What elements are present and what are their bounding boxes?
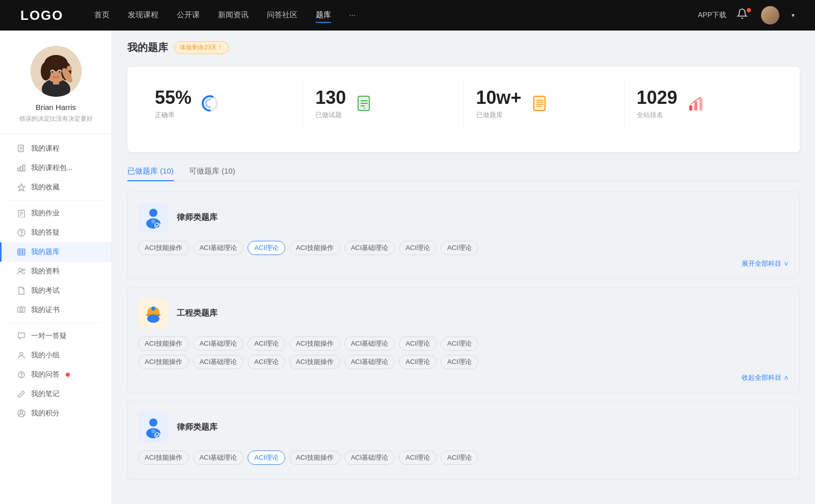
tab-done-banks[interactable]: 已做题库 (10): [127, 162, 174, 181]
question-mark-icon: [17, 370, 26, 379]
sidebar-item-homework[interactable]: 我的作业: [0, 204, 112, 223]
sidebar-item-my-questions[interactable]: 我的问答: [0, 365, 112, 384]
nav-home[interactable]: 首页: [94, 8, 110, 23]
svg-point-69: [149, 418, 157, 427]
page-title: 我的题库: [127, 41, 168, 54]
tag-6[interactable]: ACI理论: [441, 241, 478, 255]
eng-tag-r2-5[interactable]: ACI理论: [399, 355, 437, 369]
main-wrapper: Brian Harris 错误的决定比没有决定要好 我的课程: [0, 0, 815, 504]
header-right: APP下载 ▾: [698, 6, 795, 24]
stat-accuracy: 55% 正确率: [143, 79, 303, 128]
law2-tag-1[interactable]: ACI基础理论: [193, 451, 244, 465]
nav-more[interactable]: ···: [349, 8, 356, 23]
sidebar-item-course[interactable]: 我的课程: [0, 139, 112, 158]
eng-tag-r1-5[interactable]: ACI理论: [399, 337, 437, 351]
person-circle-icon: [17, 409, 26, 418]
sidebar-item-notes[interactable]: 我的笔记: [0, 384, 112, 404]
eng-tag-r1-6[interactable]: ACI理论: [441, 337, 478, 351]
profile-name: Brian Harris: [10, 103, 101, 111]
svg-point-32: [19, 268, 22, 271]
bank-section-lawyer2: 律师类题库 ACI技能操作 ACI基础理论 ACI理论 ACI技能操作 ACI基…: [127, 401, 800, 480]
bank-header-lawyer1: 律师类题库: [138, 202, 789, 233]
app-download-link[interactable]: APP下载: [698, 11, 726, 20]
svg-point-65: [155, 223, 160, 228]
svg-point-10: [58, 71, 61, 73]
svg-rect-27: [18, 249, 25, 255]
doc-orange-icon: [530, 93, 550, 114]
bar-chart-red-icon: [686, 93, 706, 114]
sidebar-item-one-on-one[interactable]: 一对一答疑: [0, 326, 112, 346]
svg-point-64: [151, 219, 155, 223]
eng-tag-r1-3[interactable]: ACI技能操作: [289, 337, 340, 351]
tag-2-active[interactable]: ACI理论: [248, 241, 285, 255]
nav-open-course[interactable]: 公开课: [177, 8, 200, 23]
tab-available-banks[interactable]: 可做题库 (10): [189, 162, 235, 181]
svg-point-67: [151, 306, 155, 311]
law2-tag-0[interactable]: ACI技能操作: [138, 451, 189, 465]
stat-accuracy-number: 55%: [155, 87, 192, 108]
tag-4[interactable]: ACI基础理论: [344, 241, 395, 255]
sidebar-profile: Brian Harris 错误的决定比没有决定要好: [0, 46, 112, 134]
table-icon: [17, 247, 26, 257]
stat-done-banks: 10w+ 已做题库: [464, 79, 624, 128]
eng-tag-r2-3[interactable]: ACI技能操作: [289, 355, 340, 369]
tag-0[interactable]: ACI技能操作: [138, 241, 189, 255]
eng-tag-r2-6[interactable]: ACI理论: [441, 355, 478, 369]
nav-question-bank[interactable]: 题库: [316, 8, 331, 23]
header: LOGO 首页 发现课程 公开课 新闻资讯 问答社区 题库 ··· APP下载 …: [0, 0, 815, 31]
eng-tag-r2-2[interactable]: ACI理论: [248, 355, 285, 369]
sidebar-label-favorites: 我的收藏: [31, 183, 60, 192]
nav-discover[interactable]: 发现课程: [128, 8, 158, 23]
sidebar-divider-1: [10, 200, 101, 201]
law2-tag-2-active[interactable]: ACI理论: [248, 451, 285, 465]
expand-link-lawyer1[interactable]: 展开全部科目 ∨: [742, 260, 789, 267]
eng-tag-r1-2[interactable]: ACI理论: [248, 337, 285, 351]
profile-avatar: [31, 46, 82, 97]
tag-5[interactable]: ACI理论: [399, 241, 437, 255]
svg-rect-59: [694, 101, 697, 110]
sidebar-item-exam[interactable]: 我的考试: [0, 281, 112, 300]
nav-news[interactable]: 新闻资讯: [218, 8, 249, 23]
sidebar-item-favorites[interactable]: 我的收藏: [0, 178, 112, 197]
sidebar-item-points[interactable]: 我的积分: [0, 404, 112, 423]
nav-qa[interactable]: 问答社区: [267, 8, 297, 23]
collapse-link-engineer1[interactable]: 收起全部科目 ∧: [742, 374, 789, 381]
sidebar-item-course-package[interactable]: 我的课程包...: [0, 158, 112, 178]
svg-point-72: [155, 433, 160, 438]
tag-3[interactable]: ACI技能操作: [289, 241, 340, 255]
user-dropdown-arrow[interactable]: ▾: [792, 12, 795, 19]
lawyer2-icon: [142, 416, 165, 438]
sidebar-label-question-bank: 我的题库: [31, 247, 60, 257]
bell-button[interactable]: [737, 8, 751, 22]
logo: LOGO: [20, 8, 64, 23]
bank-title-engineer1: 工程类题库: [177, 308, 218, 319]
bank-footer-lawyer1: 展开全部科目 ∨: [138, 259, 789, 268]
svg-point-35: [20, 308, 23, 311]
question-dot-badge: [66, 373, 70, 377]
eng-tag-r1-0[interactable]: ACI技能操作: [138, 337, 189, 351]
tag-1[interactable]: ACI基础理论: [193, 241, 244, 255]
sidebar-item-profile[interactable]: 我的资料: [0, 262, 112, 281]
sidebar-item-group[interactable]: 我的小组: [0, 346, 112, 365]
user-avatar[interactable]: [761, 6, 779, 24]
eng-tag-r2-0[interactable]: ACI技能操作: [138, 355, 189, 369]
users-icon: [17, 351, 26, 360]
eng-tag-r2-1[interactable]: ACI基础理论: [193, 355, 244, 369]
sidebar-item-questions[interactable]: 我的答疑: [0, 223, 112, 242]
bank-header-engineer1: 工程类题库: [138, 298, 789, 328]
law2-tag-6[interactable]: ACI理论: [441, 451, 478, 465]
sidebar-label-homework: 我的作业: [31, 209, 60, 218]
svg-point-40: [21, 376, 21, 377]
law2-tag-3[interactable]: ACI技能操作: [289, 451, 340, 465]
eng-tag-r1-4[interactable]: ACI基础理论: [344, 337, 395, 351]
stat-accuracy-value-wrap: 55% 正确率: [155, 87, 192, 120]
sidebar: Brian Harris 错误的决定比没有决定要好 我的课程: [0, 31, 112, 504]
svg-point-33: [22, 269, 24, 271]
eng-tag-r2-4[interactable]: ACI基础理论: [344, 355, 395, 369]
law2-tag-5[interactable]: ACI理论: [399, 451, 437, 465]
file-icon: [17, 286, 26, 295]
sidebar-item-question-bank[interactable]: 我的题库: [0, 242, 112, 262]
sidebar-item-certificate[interactable]: 我的证书: [0, 300, 112, 320]
law2-tag-4[interactable]: ACI基础理论: [344, 451, 395, 465]
eng-tag-r1-1[interactable]: ACI基础理论: [193, 337, 244, 351]
